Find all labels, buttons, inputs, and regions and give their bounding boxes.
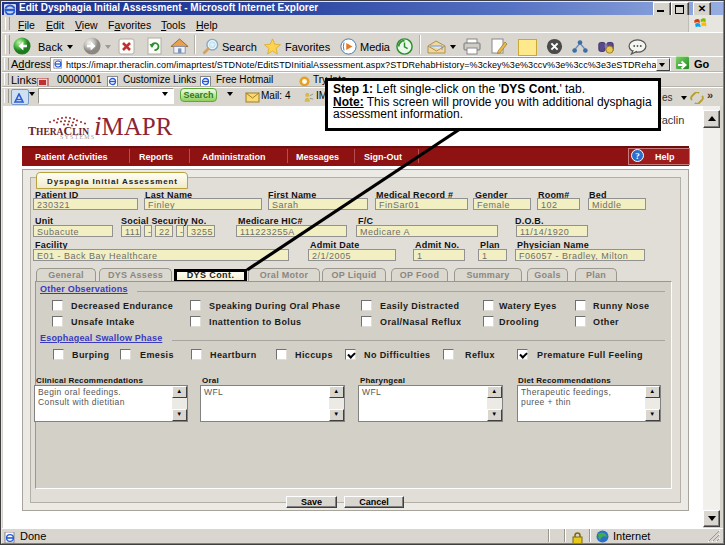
svg-text:?: ? [635,151,640,161]
